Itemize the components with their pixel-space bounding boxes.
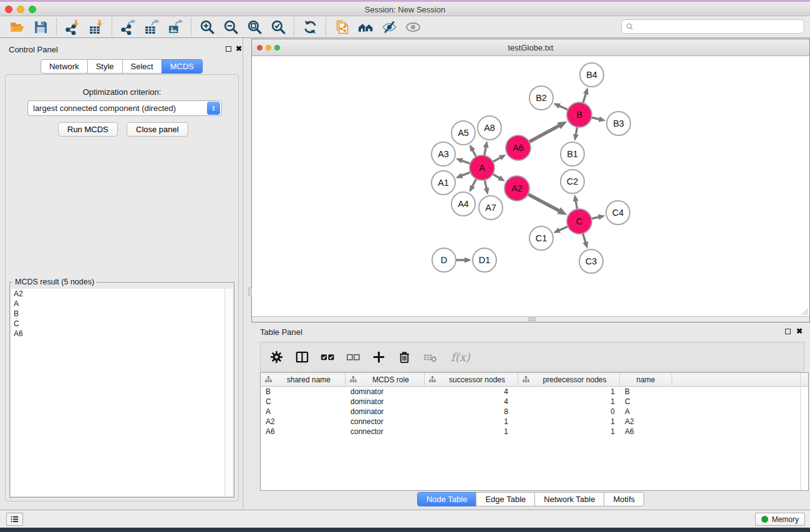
show-all-button[interactable] [401, 17, 425, 36]
table-cell[interactable]: connector [345, 427, 425, 437]
search-input[interactable] [637, 22, 800, 31]
trash-button[interactable] [396, 349, 412, 365]
open-button[interactable] [5, 17, 29, 36]
node-A3[interactable]: A3 [432, 142, 455, 166]
save-button[interactable] [29, 17, 52, 36]
column-header-shared-name[interactable]: shared name [261, 373, 345, 386]
network-horizontal-scrollbar[interactable] [252, 316, 809, 322]
export-table-button[interactable] [140, 17, 163, 36]
node-A1[interactable]: A1 [432, 171, 455, 195]
network-window-titlebar[interactable]: testGlobe.txt [252, 39, 809, 56]
table-cell[interactable]: 1 [425, 427, 518, 437]
tab-node-table[interactable]: Node Table [417, 492, 477, 506]
split-view-button[interactable] [294, 349, 310, 365]
table-cell[interactable]: C [261, 397, 345, 407]
mcds-result-list[interactable]: A2ABCA6 [11, 289, 224, 496]
node-table[interactable]: shared nameMCDS rolesuccessor nodesprede… [260, 372, 809, 491]
home-button[interactable] [354, 17, 377, 36]
table-cell[interactable]: B [620, 387, 672, 397]
tab-network-table[interactable]: Network Table [534, 492, 604, 506]
table-cell[interactable]: dominator [345, 397, 425, 407]
table-cell[interactable]: 1 [518, 397, 620, 407]
node-C1[interactable]: C1 [529, 226, 553, 250]
resize-grip-icon[interactable] [800, 307, 809, 316]
table-cell[interactable]: B [261, 387, 345, 397]
table-cell[interactable]: dominator [345, 407, 425, 417]
tab-mcds[interactable]: MCDS [162, 59, 203, 74]
table-cell[interactable]: dominator [345, 387, 425, 397]
network-file-button[interactable] [330, 17, 354, 36]
table-cell[interactable]: 1 [518, 387, 620, 397]
node-B2[interactable]: B2 [529, 86, 553, 110]
column-header-predecessor-nodes[interactable]: predecessor nodes [518, 373, 620, 386]
node-C2[interactable]: C2 [561, 170, 584, 193]
search-box[interactable] [621, 19, 804, 34]
node-C[interactable]: C [567, 209, 592, 234]
table-cell[interactable]: 4 [425, 387, 518, 397]
zoom-fit-button[interactable] [243, 17, 266, 36]
tab-motifs[interactable]: Motifs [604, 492, 644, 506]
table-row[interactable]: A2connector11A2 [261, 417, 808, 427]
table-cell[interactable]: C [620, 397, 672, 407]
export-network-button[interactable] [116, 17, 140, 36]
table-cell[interactable]: connector [345, 417, 425, 427]
deselect-all-button[interactable] [345, 349, 361, 365]
node-B3[interactable]: B3 [607, 112, 630, 135]
task-history-button[interactable] [6, 513, 23, 526]
float-table-panel-icon[interactable] [785, 329, 791, 334]
node-C3[interactable]: C3 [579, 249, 603, 273]
node-D[interactable]: D [432, 248, 456, 272]
table-row[interactable]: Bdominator41B [261, 387, 808, 397]
tab-network[interactable]: Network [41, 59, 88, 74]
run-mcds-button[interactable]: Run MCDS [58, 122, 118, 137]
tab-style[interactable]: Style [87, 59, 123, 74]
node-C4[interactable]: C4 [606, 201, 630, 225]
mcds-result-item[interactable]: A2 [11, 289, 224, 299]
node-A5[interactable]: A5 [451, 121, 475, 145]
column-header-name[interactable]: name [620, 373, 672, 386]
node-D1[interactable]: D1 [473, 248, 496, 272]
zoom-selected-button[interactable] [266, 17, 290, 36]
network-vertical-scrollbar-thumb[interactable] [248, 288, 252, 296]
node-A6[interactable]: A6 [506, 135, 531, 160]
node-B[interactable]: B [567, 102, 592, 127]
network-canvas[interactable]: AA1A2A3A4A5A6A7A8BB1B2B3B4CC1C2C3C4DD1 [252, 56, 809, 317]
zoom-out-button[interactable] [219, 17, 243, 36]
mcds-result-item[interactable]: A [11, 299, 224, 309]
table-cell[interactable]: 4 [425, 397, 518, 407]
close-panel-button[interactable]: Close panel [127, 122, 188, 137]
zoom-in-button[interactable] [195, 17, 219, 36]
node-A8[interactable]: A8 [478, 116, 501, 140]
select-stepper-icon[interactable]: ▲▼ [207, 102, 220, 115]
table-cell[interactable]: 1 [518, 417, 620, 427]
column-header-MCDS-role[interactable]: MCDS role [345, 373, 425, 386]
export-image-button[interactable] [163, 17, 187, 36]
import-table-button[interactable] [84, 17, 108, 36]
result-list-scrollbar[interactable] [224, 289, 233, 496]
table-row[interactable]: A6connector11A6 [261, 427, 808, 437]
optimization-criterion-select[interactable]: largest connected component (directed) ▲… [27, 100, 222, 116]
table-cell[interactable]: A6 [620, 427, 672, 437]
node-A7[interactable]: A7 [479, 196, 503, 220]
table-cell[interactable]: A6 [261, 427, 345, 437]
add-button[interactable] [370, 349, 387, 365]
close-panel-icon[interactable]: ✖ [236, 45, 242, 52]
table-cell[interactable]: 1 [425, 417, 518, 427]
network-horizontal-scrollbar-thumb[interactable] [528, 317, 536, 321]
table-row[interactable]: Adominator80A [261, 407, 808, 417]
mcds-result-item[interactable]: A6 [11, 329, 224, 339]
node-B4[interactable]: B4 [580, 63, 604, 87]
node-B1[interactable]: B1 [561, 142, 584, 166]
import-network-button[interactable] [60, 17, 84, 36]
gear-button[interactable] [268, 349, 284, 365]
table-cell[interactable]: A [620, 407, 672, 417]
close-table-panel-icon[interactable]: ✖ [796, 327, 803, 335]
node-A2[interactable]: A2 [504, 176, 529, 201]
mcds-result-item[interactable]: B [11, 309, 224, 319]
node-A[interactable]: A [470, 155, 494, 180]
table-cell[interactable]: 1 [518, 427, 620, 437]
column-header-successor-nodes[interactable]: successor nodes [425, 373, 518, 386]
hide-selected-button[interactable] [377, 17, 401, 36]
node-A4[interactable]: A4 [451, 192, 475, 216]
mcds-result-item[interactable]: C [11, 319, 224, 329]
